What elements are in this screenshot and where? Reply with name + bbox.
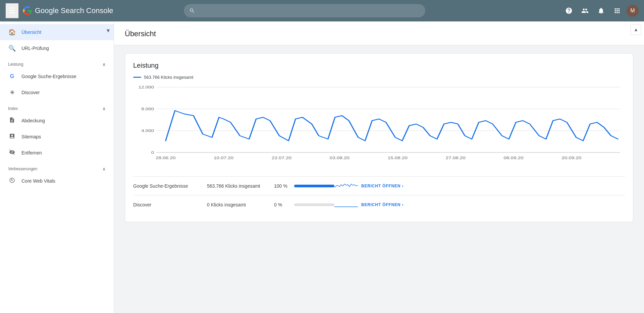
sidebar-item-entfernen[interactable]: Entfernen	[0, 145, 114, 161]
sidebar-item-label: Übersicht	[21, 29, 41, 35]
progress-fill	[294, 185, 334, 187]
apps-button[interactable]	[610, 4, 624, 17]
sidebar-item-label: Discover	[21, 90, 40, 95]
sidebar-item-google-suche[interactable]: G Google Suche-Ergebnisse	[0, 68, 114, 84]
row-sparkline	[334, 181, 361, 190]
home-icon: 🏠	[8, 28, 16, 36]
sidebar-item-discover[interactable]: ✳ Discover	[0, 84, 114, 101]
row-bar	[294, 203, 334, 206]
section-label: Index	[8, 106, 18, 111]
chevron-up-icon[interactable]: ∧	[102, 166, 106, 172]
core-web-vitals-icon	[8, 177, 16, 185]
section-label: Leistung	[8, 62, 23, 67]
search-bar[interactable]	[184, 4, 425, 17]
sidebar-item-label: Sitemaps	[21, 134, 41, 139]
row-sparkline	[334, 200, 361, 209]
help-icon	[565, 7, 573, 14]
svg-text:15.08.20: 15.08.20	[388, 156, 408, 160]
sidebar-collapse-button[interactable]: ▾	[107, 27, 110, 34]
header: ☰ Google Search Console	[0, 0, 644, 21]
sidebar-item-label: Entfernen	[21, 150, 42, 155]
svg-text:08.09.20: 08.09.20	[503, 156, 523, 160]
bericht-oeffnen-button[interactable]: BERICHT ÖFFNEN ›	[361, 184, 404, 188]
svg-text:20.09.20: 20.09.20	[561, 156, 581, 160]
apps-icon	[613, 7, 621, 14]
sidebar-item-label: Core Web Vitals	[21, 178, 55, 184]
action-label: BERICHT ÖFFNEN	[361, 202, 400, 207]
row-bar	[294, 185, 334, 187]
sitemaps-icon	[8, 133, 16, 141]
row-name: Google Suche-Ergebnisse	[133, 183, 207, 189]
app-logo: Google Search Console	[23, 6, 113, 15]
logo-text: Google Search Console	[35, 6, 113, 15]
svg-text:4.000: 4.000	[141, 129, 154, 133]
table-row: Google Suche-Ergebnisse 563.766 Klicks i…	[133, 177, 625, 195]
svg-text:0: 0	[151, 150, 154, 154]
svg-text:8.000: 8.000	[141, 107, 154, 111]
svg-text:10.07.20: 10.07.20	[214, 156, 233, 160]
svg-text:22.07.20: 22.07.20	[272, 156, 291, 160]
row-percent: 100 %	[274, 183, 294, 189]
sidebar-item-label: Abdeckung	[21, 118, 45, 123]
account-settings-icon	[581, 7, 589, 14]
main-header: Übersicht	[114, 21, 644, 45]
sidebar-item-url-pruefung[interactable]: 🔍 URL-Prüfung	[0, 40, 114, 56]
sidebar-section-verbesserungen: Verbesserungen ∧	[0, 161, 114, 173]
chevron-up-icon[interactable]: ∧	[102, 106, 106, 111]
coverage-icon	[8, 117, 16, 125]
sparkline-chart	[334, 181, 358, 189]
chevron-up-icon[interactable]: ∧	[102, 62, 106, 67]
app-layout: ▾ 🏠 Übersicht 🔍 URL-Prüfung Leistung ∧ G…	[0, 21, 644, 313]
row-value: 563.766 Klicks insgesamt	[207, 183, 274, 189]
main-content: Übersicht ▲ Leistung 563.766 Klicks insg…	[114, 21, 644, 313]
table-row: Discover 0 Klicks insgesamt 0 %	[133, 195, 625, 214]
header-actions: M	[562, 4, 639, 17]
remove-icon	[8, 149, 16, 157]
google-g-icon: G	[8, 73, 16, 79]
help-button[interactable]	[562, 4, 576, 17]
sidebar: ▾ 🏠 Übersicht 🔍 URL-Prüfung Leistung ∧ G…	[0, 21, 114, 313]
chevron-right-icon: ›	[402, 202, 404, 207]
search-icon	[189, 8, 195, 14]
sidebar-item-label: Google Suche-Ergebnisse	[21, 74, 76, 79]
performance-chart: 12.000 8.000 4.000 0 28.06.20 10.07.20 2…	[133, 84, 625, 171]
google-logo-icon	[23, 6, 32, 15]
sidebar-item-sitemaps[interactable]: Sitemaps	[0, 129, 114, 145]
chart-container: 12.000 8.000 4.000 0 28.06.20 10.07.20 2…	[133, 84, 625, 171]
chart-legend: 563.766 Klicks insgesamt	[133, 75, 625, 80]
leistung-card: Leistung 563.766 Klicks insgesamt 12.000…	[125, 53, 633, 222]
user-avatar[interactable]: M	[627, 5, 639, 17]
sidebar-item-core-web-vitals[interactable]: Core Web Vitals	[0, 173, 114, 189]
discover-icon: ✳	[8, 89, 16, 96]
menu-button[interactable]: ☰	[5, 3, 19, 18]
legend-line-icon	[133, 77, 141, 78]
svg-text:28.06.20: 28.06.20	[156, 156, 175, 160]
sidebar-nav: 🏠 Übersicht 🔍 URL-Prüfung Leistung ∧ G G…	[0, 21, 114, 189]
row-percent: 0 %	[274, 202, 294, 207]
search-icon: 🔍	[8, 45, 16, 52]
action-label: BERICHT ÖFFNEN	[361, 184, 400, 188]
row-action: BERICHT ÖFFNEN ›	[361, 184, 625, 188]
sidebar-section-index: Index ∧	[0, 101, 114, 113]
svg-text:27.08.20: 27.08.20	[446, 156, 466, 160]
scroll-up-button[interactable]: ▲	[631, 24, 641, 35]
row-value: 0 Klicks insgesamt	[207, 202, 274, 207]
search-input[interactable]	[195, 8, 420, 14]
page-title: Übersicht	[125, 29, 633, 38]
account-settings-button[interactable]	[578, 4, 592, 17]
bericht-oeffnen-button[interactable]: BERICHT ÖFFNEN ›	[361, 202, 404, 207]
svg-text:03.08.20: 03.08.20	[330, 156, 350, 160]
card-title: Leistung	[133, 62, 625, 69]
sidebar-section-leistung: Leistung ∧	[0, 56, 114, 68]
row-name: Discover	[133, 202, 207, 207]
sidebar-item-uebersicht[interactable]: 🏠 Übersicht	[0, 24, 114, 40]
data-table: Google Suche-Ergebnisse 563.766 Klicks i…	[133, 176, 625, 214]
legend-label: 563.766 Klicks insgesamt	[144, 75, 193, 80]
row-action: BERICHT ÖFFNEN ›	[361, 202, 625, 207]
notifications-icon	[597, 7, 605, 14]
section-label: Verbesserungen	[8, 167, 37, 171]
sparkline-chart	[334, 200, 358, 208]
notifications-button[interactable]	[594, 4, 608, 17]
sidebar-item-abdeckung[interactable]: Abdeckung	[0, 113, 114, 129]
chevron-right-icon: ›	[402, 184, 404, 188]
